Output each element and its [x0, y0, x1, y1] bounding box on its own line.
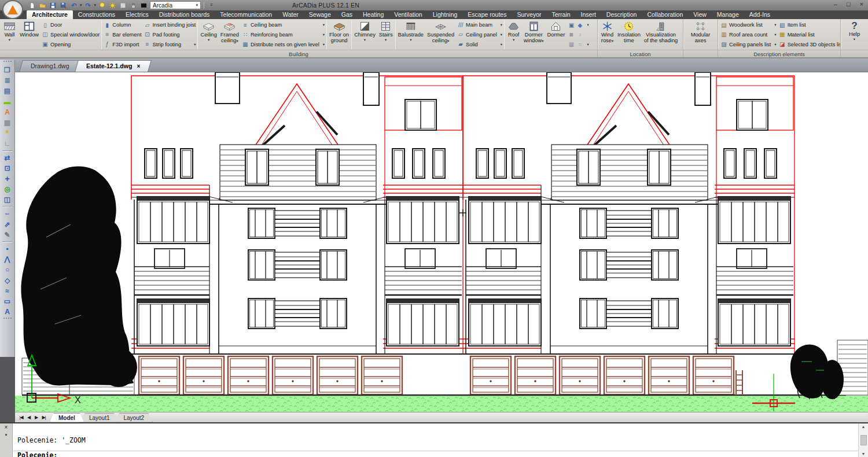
thumbnail-icon[interactable]: ◆: [576, 22, 583, 28]
bar-element-button[interactable]: ≡Bar element: [104, 31, 141, 38]
tab-insert[interactable]: Insert: [576, 10, 601, 19]
new-viewport-icon[interactable]: ❒: [1, 65, 13, 75]
tab-sewage[interactable]: Sewage: [304, 10, 336, 19]
plot-button[interactable]: [59, 1, 68, 9]
layer-manager-icon[interactable]: ≣: [1, 75, 13, 86]
special-window-door-button[interactable]: ◫Special window/door: [42, 31, 100, 38]
f3d-import-button[interactable]: ƒF3D import: [104, 41, 141, 47]
balustrade-button[interactable]: Balustrade▾: [396, 20, 425, 50]
doc-close-icon[interactable]: ×: [137, 63, 140, 69]
new-file-button[interactable]: [28, 1, 36, 9]
chimney-button[interactable]: Chimney▾: [352, 20, 377, 50]
redo-dropdown[interactable]: ▾: [94, 3, 97, 8]
prev-sheet-button[interactable]: ◀: [25, 415, 32, 420]
lightbulb-icon[interactable]: [98, 1, 106, 9]
solid-button[interactable]: ▰Solid▾: [457, 41, 502, 47]
text-style-icon[interactable]: A: [1, 107, 13, 117]
center-view-icon[interactable]: ◎: [1, 184, 13, 194]
toolbar-grip[interactable]: [3, 318, 12, 320]
tab-constructions[interactable]: Constructions: [73, 10, 120, 19]
wind-rose-button[interactable]: Windrose▾: [599, 20, 616, 50]
grid-icon[interactable]: ▦: [1, 117, 13, 128]
tab-ventilation[interactable]: Ventilation: [389, 10, 427, 19]
sun-icon[interactable]: [108, 1, 117, 9]
material-list-button[interactable]: ▩Material list▾: [779, 31, 841, 38]
color-swatch[interactable]: [139, 1, 148, 9]
undo-dropdown[interactable]: ▾: [80, 3, 82, 8]
minimize-button[interactable]: –: [834, 1, 837, 8]
help-button[interactable]: ?Help▾: [847, 20, 862, 50]
tab-surveyor[interactable]: Surveyor: [512, 10, 546, 19]
zoom-extents-icon[interactable]: +: [1, 174, 13, 184]
insert-binding-joist-button[interactable]: ▱Insert binding joist: [144, 22, 196, 28]
highlighter-icon[interactable]: ▬: [1, 97, 13, 107]
regen-icon[interactable]: ⇄: [1, 153, 13, 163]
first-sheet-button[interactable]: |◀: [17, 415, 25, 420]
sheet-tab-layout1[interactable]: Layout1: [80, 413, 119, 422]
tab-addins[interactable]: Add-Ins: [744, 10, 775, 19]
save-button[interactable]: [49, 1, 57, 9]
modular-axes-button[interactable]: Modularaxes: [689, 20, 712, 50]
roof-area-count-button[interactable]: ▥Roof area count▾: [720, 31, 777, 38]
insolation-time-button[interactable]: Insolationtime: [616, 20, 642, 50]
dim-linear-icon[interactable]: ⇔: [1, 208, 13, 219]
undo-button[interactable]: ↶: [69, 1, 78, 9]
door-button[interactable]: ▯Door: [42, 22, 100, 28]
framed-ceiling-button[interactable]: Framedceiling▾: [219, 20, 241, 50]
tab-distribution-boards[interactable]: Distribution boards: [154, 10, 215, 19]
ceiling-beam-button[interactable]: ≡Ceiling beam▾: [242, 22, 325, 28]
close-button[interactable]: ×: [860, 1, 863, 8]
last-sheet-button[interactable]: ▶|: [40, 415, 47, 420]
circle-icon[interactable]: ○: [1, 264, 13, 275]
distribute-nets-button[interactable]: ▦Distribute nets on given level▾: [242, 41, 325, 47]
polyline-icon[interactable]: ⋀: [1, 254, 13, 264]
spline-icon[interactable]: ≈: [1, 286, 13, 296]
tab-manage[interactable]: Manage: [712, 10, 744, 19]
tab-terrain[interactable]: Terrain: [546, 10, 575, 19]
column-button[interactable]: ▮Column: [104, 22, 141, 28]
properties-list-icon[interactable]: ▤: [1, 86, 13, 96]
snap-node-icon[interactable]: *: [1, 128, 13, 138]
main-beam-button[interactable]: ///Main beam▾: [457, 22, 502, 28]
tab-electrics[interactable]: Electrics: [120, 10, 154, 19]
command-expand-icon[interactable]: ▾: [5, 433, 8, 437]
app-logo[interactable]: [2, 0, 23, 19]
floor-on-ground-button[interactable]: Floor onground: [328, 20, 351, 50]
lock-icon[interactable]: [129, 1, 138, 9]
tab-description[interactable]: Description: [601, 10, 642, 19]
lock-small-icon[interactable]: ◙: [568, 31, 575, 38]
open-file-button[interactable]: [38, 1, 47, 9]
tab-heating[interactable]: Heating: [358, 10, 389, 19]
restore-button[interactable]: □: [847, 1, 851, 8]
tab-lightning[interactable]: Lightning: [428, 10, 463, 19]
dim-aligned-icon[interactable]: ⇗: [1, 219, 13, 230]
tab-view[interactable]: View: [688, 10, 712, 19]
grid-small-icon[interactable]: ▦: [568, 41, 575, 47]
stairs-button[interactable]: Stairs▾: [377, 20, 395, 50]
rectangle-icon[interactable]: ▭: [1, 296, 13, 307]
command-close-icon[interactable]: ×: [5, 424, 8, 430]
profile-combobox[interactable]: Arcadia▾: [150, 1, 201, 9]
ceiling-panels-list-button[interactable]: ▨Ceiling panels list▾: [720, 41, 777, 47]
woodwork-list-button[interactable]: ▤Woodwork list▾: [720, 22, 777, 28]
suspended-ceiling-button[interactable]: Suspendedceiling▾: [425, 20, 456, 50]
reinforcing-beam-button[interactable]: ∷Reinforcing beam▾: [242, 31, 325, 38]
pad-footing-button[interactable]: ⊡Pad footing: [144, 31, 196, 38]
viewport-icon[interactable]: ▣: [568, 22, 575, 28]
tab-water[interactable]: Water: [277, 10, 304, 19]
roof-button[interactable]: Roof▾: [505, 20, 522, 50]
tab-telecommunication[interactable]: Telecommunication: [215, 10, 277, 19]
redo-button[interactable]: ↷: [84, 1, 93, 9]
point-icon[interactable]: ▪: [1, 244, 13, 254]
window-button[interactable]: Window: [18, 20, 41, 50]
item-list-button[interactable]: ▧Item list▾: [779, 22, 841, 28]
ceiling-button[interactable]: Ceiling▾: [198, 20, 218, 50]
scrollbar-thumb[interactable]: [860, 435, 867, 445]
draw-line-icon[interactable]: ✎: [1, 230, 13, 240]
tab-collaboration[interactable]: Collaboration: [642, 10, 688, 19]
sheet-tab-model[interactable]: Model: [50, 413, 84, 422]
view-3d-icon[interactable]: ◫: [1, 194, 13, 205]
shading-visualization-button[interactable]: Visualizationof the shading: [642, 20, 679, 50]
text-icon[interactable]: A: [1, 307, 13, 317]
selected-3d-objects-button[interactable]: ◪Selected 3D objects list▾: [779, 41, 841, 47]
